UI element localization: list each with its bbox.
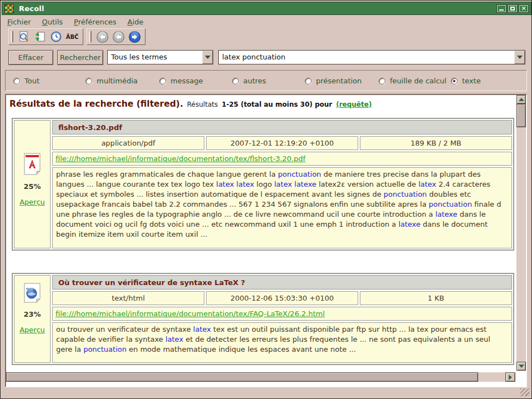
query-history-dropdown-button[interactable] [514,51,525,64]
scroll-down-button[interactable] [516,362,526,371]
search-button[interactable]: Rechercher [57,50,103,65]
result-sidebar: 25% Aperçu [14,120,51,248]
arrow-left-icon [96,31,109,43]
radio-icon[interactable] [86,78,92,84]
vertical-scrollbar-thumb[interactable] [516,104,526,127]
radio-icon[interactable] [159,78,166,84]
results-list: Résultats de la recherche (filtered). Ré… [5,94,527,387]
menu-fichier[interactable]: Fichier [7,18,31,26]
preview-link[interactable]: Aperçu [19,198,45,206]
menubar: Fichier Outils Préférences Aide [3,16,143,27]
minimize-button[interactable] [496,4,506,13]
result-date: 2007-12-01 12:19:20 +0100 [206,136,358,150]
maximize-button[interactable] [508,4,518,13]
toolbar-group-main: ÂBĈ [8,28,83,45]
result-url-link[interactable]: file:///home/michael/informatique/docume… [56,154,305,163]
toolbar-handle[interactable] [11,31,13,42]
results-header: Résultats de la recherche (filtered). Ré… [9,99,372,109]
arrow-left-icon [112,31,125,43]
result-item[interactable]: 23% Aperçu Où trouver un vérificateur de… [12,273,514,365]
vertical-scrollbar[interactable] [516,95,526,371]
close-icon: ✕ [519,5,528,12]
radio-icon[interactable] [451,78,458,84]
radio-icon[interactable] [13,78,20,84]
arrow-right-icon [128,31,141,43]
result-info-row: text/html 2000-12-06 15:03:30 +0100 1 KB [52,291,512,305]
clock-icon [50,31,62,43]
search-document-button[interactable] [17,30,31,43]
preview-link[interactable]: Aperçu [19,326,45,334]
toolbar-handle[interactable] [89,31,92,42]
go-next-page-button[interactable] [127,30,142,43]
filter-autres[interactable]: autres [232,77,266,85]
maximize-icon [510,7,515,11]
query-combobox[interactable]: latex ponctuation [218,50,525,64]
menu-aide[interactable]: Aide [128,18,144,26]
filter-presentation[interactable]: présentation [305,77,362,85]
results-title: Résultats de la recherche (filtered). [9,99,183,109]
filter-message[interactable]: message [159,77,203,85]
recoll-app-icon [4,4,14,13]
results-label: Résultats [187,101,218,108]
result-item[interactable]: 25% Aperçu flshort-3.20.pdf application/… [12,118,514,251]
radio-icon[interactable] [305,78,312,84]
result-snippet: ou trouver un verificateur de syntaxe la… [52,322,512,363]
menu-preferences[interactable]: Préférences [74,18,116,26]
scroll-right-button[interactable] [505,372,515,382]
result-sidebar: 23% Aperçu [14,275,51,363]
toolbar-group-nav [87,28,145,45]
horizontal-scrollbar[interactable] [6,372,515,382]
filter-tout[interactable]: Tout [13,77,39,85]
filter-texte[interactable]: texte [451,77,481,85]
minimize-icon [499,9,504,11]
window-title: Recoll [19,4,44,13]
titlebar[interactable]: Recoll ✕ [2,2,531,15]
result-title: flshort-3.20.pdf [52,120,512,134]
search-mode-dropdown-button[interactable] [202,51,213,64]
query-detail-link[interactable]: (requête) [336,101,372,108]
query-input[interactable]: latex ponctuation [219,51,514,64]
pdf-icon [23,153,41,175]
close-button[interactable]: ✕ [519,4,529,13]
recoll-window: Recoll ✕ Fichier Outils Préférences Aide [0,0,532,399]
toolbar: ÂBĈ [8,28,145,45]
search-document-icon [18,31,30,43]
category-filter-panel: Tout multimédia message autres présentat… [5,70,527,91]
result-mime: text/html [52,291,204,305]
result-snippet: phrase les regles grammaticales de chaqu… [52,167,512,248]
radio-icon[interactable] [379,78,385,84]
triangle-up-icon [519,98,524,101]
result-mime: application/pdf [52,136,204,150]
sort-by-date-button[interactable] [49,30,63,43]
search-mode-value: Tous les termes [108,51,202,64]
radio-icon[interactable] [232,78,239,84]
term-explorer-button[interactable]: ÂBĈ [65,30,79,43]
chevron-down-icon [517,56,523,59]
go-first-page-button[interactable] [95,30,109,43]
result-title: Où trouver un vérificateur de syntaxe La… [52,275,512,290]
result-info-row: application/pdf 2007-12-01 12:19:20 +010… [52,136,512,150]
relevance-percent: 23% [23,310,41,318]
result-date: 2000-12-06 15:03:30 +0100 [206,291,358,305]
horizontal-scrollbar-thumb[interactable] [6,372,478,382]
filter-feuille-de-calcul[interactable]: feuille de calcul [379,77,446,85]
filter-multimedia[interactable]: multimédia [86,77,138,85]
term-explorer-abc-icon: ÂBĈ [66,34,79,40]
result-url-row: file:///home/michael/informatique/docume… [52,307,512,321]
update-index-button[interactable] [33,30,47,43]
triangle-down-icon [519,365,524,368]
results-range: 1-25 (total au moins 30) pour [222,101,332,108]
resize-grip[interactable] [520,388,529,396]
html-globe-icon [23,283,41,303]
search-mode-combobox[interactable]: Tous les termes [107,50,213,64]
chevron-down-icon [205,56,210,59]
result-url-link[interactable]: file:///home/michael/informatique/docume… [56,310,325,318]
menu-outils[interactable]: Outils [42,18,63,26]
go-previous-page-button[interactable] [111,30,126,43]
triangle-right-icon [509,375,512,380]
clear-button[interactable]: Effacer [8,50,53,65]
result-size: 1 KB [360,291,512,305]
scroll-up-button[interactable] [516,95,526,104]
result-url-row: file:///home/michael/informatique/docume… [52,152,512,166]
relevance-percent: 25% [23,182,41,191]
